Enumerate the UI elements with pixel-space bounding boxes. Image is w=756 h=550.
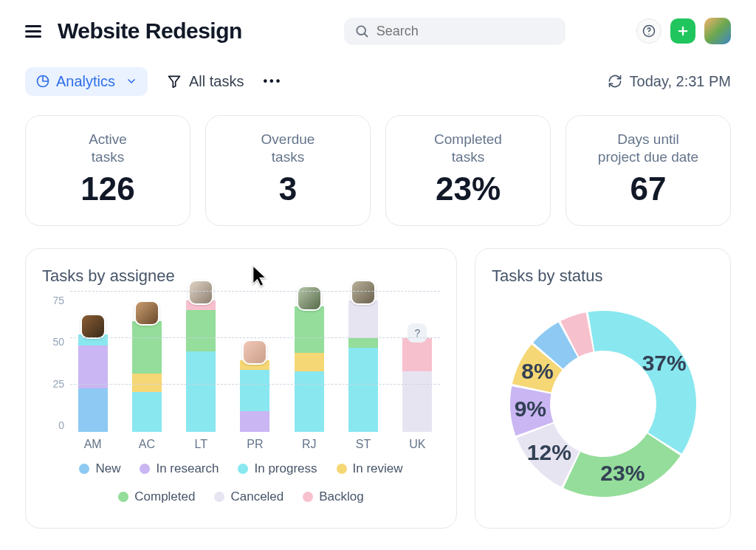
bar-segment — [348, 338, 378, 348]
assignee-avatar[interactable] — [134, 300, 159, 326]
help-icon — [642, 24, 656, 38]
toolbar: Analytics All tasks ••• Today, 2:31 PM — [25, 65, 731, 97]
stat-value: 126 — [33, 171, 182, 207]
bar-segment — [132, 321, 162, 374]
y-axis: 7550250 — [42, 292, 64, 432]
donut-label: 9% — [514, 396, 546, 420]
refresh-icon[interactable] — [608, 74, 622, 89]
legend-label: Completed — [134, 489, 195, 504]
assignee-avatar[interactable] — [297, 286, 322, 311]
legend-label: Canceled — [230, 489, 284, 504]
card-title: Tasks by status — [492, 267, 714, 286]
stat-label: Completed tasks — [394, 131, 543, 166]
x-tick: AC — [128, 438, 165, 451]
bar-segment — [186, 310, 216, 351]
bar-column — [345, 292, 381, 432]
header-actions — [636, 18, 731, 44]
x-tick: UK — [399, 438, 436, 451]
bar-segment — [295, 353, 324, 371]
legend-item: Canceled — [214, 489, 284, 504]
chevron-down-icon — [126, 75, 137, 87]
filter-button[interactable]: All tasks — [167, 73, 244, 90]
stat-label: Active tasks — [33, 131, 182, 166]
bar-stack — [348, 300, 378, 431]
donut-chart: 37%23%12%9%8% — [492, 293, 714, 515]
bar-segment — [295, 306, 324, 353]
more-button[interactable]: ••• — [264, 75, 283, 88]
filter-label: All tasks — [189, 73, 244, 90]
menu-icon[interactable] — [25, 20, 47, 42]
donut-label: 12% — [526, 439, 571, 464]
assignee-avatar[interactable] — [80, 314, 106, 339]
page-title: Website Redesign — [58, 18, 242, 44]
bar-column: ? — [399, 292, 436, 432]
legend-item: In progress — [238, 461, 317, 476]
legend-swatch — [214, 492, 224, 502]
legend-item: In research — [140, 461, 219, 476]
y-tick: 0 — [58, 419, 64, 431]
assignee-avatar[interactable] — [242, 340, 267, 365]
bar-segment — [78, 346, 108, 388]
bar-column — [75, 292, 111, 432]
x-tick: AM — [75, 438, 111, 451]
legend-label: In progress — [254, 461, 317, 476]
assignee-avatar[interactable] — [351, 280, 376, 305]
legend-swatch — [79, 464, 89, 474]
donut-label: 37% — [642, 350, 686, 374]
gridline — [70, 384, 440, 385]
legend-item: In review — [337, 461, 403, 476]
bar-stack — [186, 300, 216, 431]
bar-column — [237, 292, 273, 432]
main: Tasks by assignee 7550250 ? AMACLTPRRJST… — [25, 248, 731, 529]
svg-point-3 — [648, 33, 650, 35]
stat-label: Overdue tasks — [213, 131, 362, 166]
bar-stack — [295, 306, 324, 432]
plot-area: ? — [70, 292, 440, 432]
bar-segment — [240, 411, 269, 432]
card-tasks-by-assignee: Tasks by assignee 7550250 ? AMACLTPRRJST… — [25, 248, 457, 529]
unknown-assignee-icon[interactable]: ? — [408, 323, 427, 343]
svg-line-1 — [365, 34, 368, 37]
stat-value: 23% — [394, 171, 543, 207]
x-tick: PR — [237, 438, 273, 451]
bar-segment — [186, 351, 216, 432]
legend-swatch — [337, 464, 347, 474]
x-tick: ST — [345, 438, 381, 451]
y-tick: 75 — [52, 295, 64, 306]
donut-label: 8% — [521, 358, 553, 382]
search-field[interactable] — [344, 18, 566, 45]
stat-days-until-due: Days until project due date 67 — [566, 115, 731, 226]
search-icon — [354, 24, 369, 38]
legend-label: In research — [156, 461, 219, 476]
bar-column — [183, 292, 219, 432]
legend-label: Backlog — [319, 489, 363, 504]
bar-stack — [240, 360, 269, 431]
legend-item: Backlog — [303, 489, 363, 504]
legend-swatch — [140, 464, 150, 474]
bar-stack — [78, 334, 108, 432]
card-tasks-by-status: Tasks by status 37%23%12%9%8% — [475, 248, 731, 529]
stat-completed-tasks: Completed tasks 23% — [385, 115, 551, 226]
stat-active-tasks: Active tasks 126 — [25, 115, 190, 226]
gridline — [70, 337, 440, 338]
view-analytics-button[interactable]: Analytics — [25, 67, 148, 96]
legend: NewIn researchIn progressIn reviewComple… — [42, 461, 440, 504]
bar-segment — [78, 388, 108, 431]
card-title: Tasks by assignee — [42, 267, 440, 286]
legend-swatch — [303, 492, 313, 502]
view-label: Analytics — [56, 73, 115, 90]
user-avatar[interactable] — [704, 18, 731, 44]
legend-swatch — [238, 464, 248, 474]
legend-item: New — [79, 461, 120, 476]
assignee-avatar[interactable] — [188, 280, 213, 305]
help-button[interactable] — [636, 18, 662, 44]
bar-segment — [402, 371, 432, 431]
donut-slice — [588, 311, 695, 454]
stats-row: Active tasks 126 Overdue tasks 3 Complet… — [25, 115, 731, 226]
stat-label: Days until project due date — [574, 131, 723, 166]
add-button[interactable] — [670, 18, 695, 44]
search-input[interactable] — [377, 24, 555, 39]
bar-segment — [132, 374, 162, 392]
filter-icon — [167, 74, 182, 89]
x-tick: LT — [183, 438, 219, 451]
